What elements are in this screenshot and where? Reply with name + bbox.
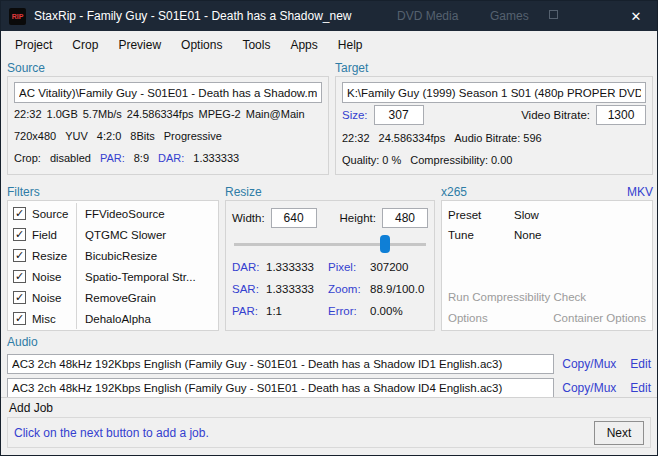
source-par-value: 8:9 <box>134 152 149 164</box>
filter-checkbox[interactable] <box>13 270 26 283</box>
menu-preview[interactable]: Preview <box>108 33 171 57</box>
resize-par-value: 1:1 <box>266 305 328 317</box>
zoom-value: 88.9/100.0 <box>370 283 428 295</box>
filter-row-misc[interactable]: Misc DehaloAlpha <box>8 308 218 329</box>
slider-thumb[interactable] <box>380 235 390 253</box>
filter-checkbox[interactable] <box>13 228 26 241</box>
filter-row-noise1[interactable]: Noise Spatio-Temporal Str... <box>8 266 218 287</box>
resize-dimensions-row: Width: Height: <box>232 206 428 230</box>
target-quality-line: Quality: 0 % Compressibility: 0.00 <box>342 149 646 171</box>
window-close-button[interactable]: ✕ <box>615 1 657 31</box>
add-job-hint: Click on the next button to add a job. <box>14 426 209 440</box>
source-codec: MPEG-2 <box>199 108 241 120</box>
target-box: Size: Video Bitrate: 22:32 24.586334fps … <box>335 76 653 175</box>
source-stats-line3: Crop: disabled PAR: 8:9 DAR: 1.333333 <box>14 147 322 169</box>
options-link[interactable]: Options <box>448 312 488 324</box>
filter-name: Resize <box>32 250 76 262</box>
encoder-options-row: Options Container Options <box>448 312 646 324</box>
resize-slider[interactable] <box>234 232 426 256</box>
error-link[interactable]: Error: <box>328 305 370 317</box>
quality-value: Quality: 0 % <box>342 154 401 166</box>
video-bitrate-input[interactable] <box>596 105 646 125</box>
width-label: Width: <box>232 212 265 224</box>
filter-value[interactable]: QTGMC Slower <box>76 224 218 245</box>
filter-checkbox[interactable] <box>13 291 26 304</box>
filters-list: Source FFVideoSource Field QTGMC Slower … <box>7 200 219 331</box>
container-options-link[interactable]: Container Options <box>553 312 646 324</box>
menu-options[interactable]: Options <box>171 33 232 57</box>
resize-dar-link[interactable]: DAR: <box>232 261 266 273</box>
filter-row-resize[interactable]: Resize BicubicResize <box>8 245 218 266</box>
target-size-link[interactable]: Size: <box>342 109 368 121</box>
menu-help[interactable]: Help <box>328 33 373 57</box>
target-path-input[interactable] <box>342 82 646 103</box>
crop-value: disabled <box>50 152 91 164</box>
zoom-link[interactable]: Zoom: <box>328 283 370 295</box>
filter-row-noise2[interactable]: Noise RemoveGrain <box>8 287 218 308</box>
source-section-title: Source <box>7 59 329 76</box>
menu-project[interactable]: Project <box>5 33 62 57</box>
tune-value[interactable]: None <box>514 229 646 241</box>
encoder-name[interactable]: x265 <box>441 185 467 199</box>
filters-section: Filters Source FFVideoSource Field QTGMC… <box>7 183 219 331</box>
audio-copy-mux-link[interactable]: Copy/Mux <box>562 357 616 371</box>
audio-copy-mux-link[interactable]: Copy/Mux <box>562 381 616 395</box>
tune-label: Tune <box>448 229 514 241</box>
filter-checkbox[interactable] <box>13 312 26 325</box>
source-section: Source 22:32 1.0GB 5.7Mb/s 24.586334fps … <box>7 59 329 177</box>
source-bitdepth: 8Bits <box>130 130 154 142</box>
audio-track-row-1: Copy/Mux Edit <box>7 354 653 374</box>
height-label: Height: <box>340 212 376 224</box>
target-size-input[interactable] <box>374 105 424 125</box>
audio-section-title: Audio <box>7 333 653 350</box>
audio-bitrate-value: Audio Bitrate: 596 <box>454 132 541 144</box>
filter-value[interactable]: FFVideoSource <box>76 203 218 224</box>
tune-row: Tune None <box>448 225 646 245</box>
audio-track-input[interactable] <box>7 354 554 374</box>
source-stats-line2: 720x480 YUV 4:2:0 8Bits Progressive <box>14 125 322 147</box>
filter-checkbox[interactable] <box>13 249 26 262</box>
filter-value[interactable]: Spatio-Temporal Str... <box>76 266 218 287</box>
run-compressibility-check-link[interactable]: Run Compressibility Check <box>448 291 586 303</box>
source-path-input[interactable] <box>14 82 322 103</box>
filter-value[interactable]: RemoveGrain <box>76 287 218 308</box>
resize-par-link[interactable]: PAR: <box>232 305 266 317</box>
filter-row-field[interactable]: Field QTGMC Slower <box>8 224 218 245</box>
filter-value[interactable]: DehaloAlpha <box>76 308 218 329</box>
filter-name: Misc <box>32 313 76 325</box>
preset-label: Preset <box>448 209 514 221</box>
filter-name: Noise <box>32 292 76 304</box>
height-input[interactable] <box>382 208 428 228</box>
encoder-section: x265 MKV Preset Slow Tune None Run Compr… <box>441 183 653 331</box>
compressibility-value: Compressibility: 0.00 <box>410 154 512 166</box>
sar-value: 1.333333 <box>266 283 328 295</box>
encoder-title-row: x265 MKV <box>441 183 653 200</box>
next-button[interactable]: Next <box>594 421 644 445</box>
background-ghost-text: Games <box>490 9 529 23</box>
source-colorspace: YUV <box>65 130 88 142</box>
container-format-link[interactable]: MKV <box>627 185 653 199</box>
width-input[interactable] <box>271 208 317 228</box>
filter-checkbox[interactable] <box>13 207 26 220</box>
source-resolution: 720x480 <box>14 130 56 142</box>
filter-row-source[interactable]: Source FFVideoSource <box>8 203 218 224</box>
audio-edit-link[interactable]: Edit <box>630 381 651 395</box>
filter-value[interactable]: BicubicResize <box>76 245 218 266</box>
menu-tools[interactable]: Tools <box>232 33 280 57</box>
audio-track-input[interactable] <box>7 378 554 398</box>
source-dar-link[interactable]: DAR: <box>158 152 184 164</box>
source-par-link[interactable]: PAR: <box>100 152 125 164</box>
menu-crop[interactable]: Crop <box>62 33 108 57</box>
add-job-title: Add Job <box>9 401 651 415</box>
menu-bar: Project Crop Preview Options Tools Apps … <box>1 31 657 59</box>
crop-label: Crop: <box>14 152 41 164</box>
sar-link[interactable]: SAR: <box>232 283 266 295</box>
audio-edit-link[interactable]: Edit <box>630 357 651 371</box>
slider-track[interactable] <box>234 243 426 246</box>
target-section: Target Size: Video Bitrate: 22:32 24.586… <box>335 59 653 177</box>
resize-box: Width: Height: DAR: 1.333333 Pixel: 3072… <box>225 200 435 331</box>
pixel-link[interactable]: Pixel: <box>328 261 370 273</box>
preset-value[interactable]: Slow <box>514 209 646 221</box>
menu-apps[interactable]: Apps <box>280 33 327 57</box>
pixel-value: 307200 <box>370 261 428 273</box>
